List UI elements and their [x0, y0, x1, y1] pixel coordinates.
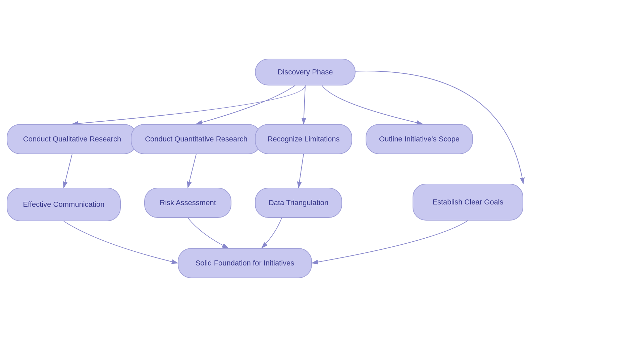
- diagram-container: Discovery Phase Conduct Qualitative Rese…: [0, 0, 644, 362]
- node-goals: Establish Clear Goals: [413, 184, 523, 221]
- node-foundation: Solid Foundation for Initiatives: [178, 248, 312, 278]
- node-limitations: Recognize Limitations: [255, 124, 352, 154]
- node-qualitative: Conduct Qualitative Research: [7, 124, 138, 154]
- node-quantitative: Conduct Quantitative Research: [131, 124, 262, 154]
- node-triangulation: Data Triangulation: [255, 188, 342, 218]
- node-risk: Risk Assessment: [144, 188, 231, 218]
- node-discovery: Discovery Phase: [255, 59, 356, 85]
- node-communication: Effective Communication: [7, 188, 121, 221]
- node-scope: Outline Initiative's Scope: [366, 124, 473, 154]
- arrows-svg: [0, 0, 644, 362]
